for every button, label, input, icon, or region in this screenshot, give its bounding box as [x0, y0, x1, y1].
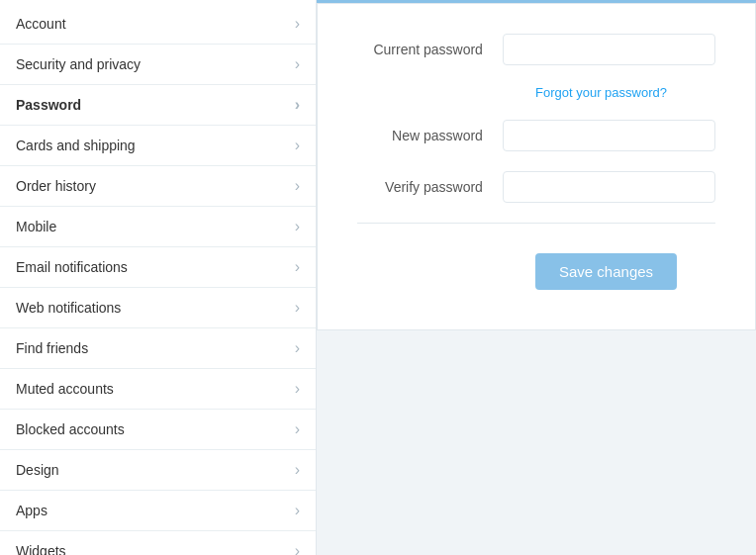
current-password-label: Current password [357, 42, 503, 57]
sidebar-item-security-privacy[interactable]: Security and privacy› [0, 45, 316, 85]
sidebar-item-label-widgets: Widgets [16, 543, 66, 555]
sidebar-item-label-cards-shipping: Cards and shipping [16, 138, 136, 153]
new-password-row: New password [357, 120, 715, 151]
sidebar-item-muted-accounts[interactable]: Muted accounts› [0, 369, 316, 410]
verify-password-label: Verify password [357, 179, 503, 195]
sidebar-item-widgets[interactable]: Widgets› [0, 531, 316, 555]
chevron-right-icon: › [295, 380, 300, 398]
sidebar-item-email-notifications[interactable]: Email notifications› [0, 247, 316, 288]
sidebar-item-cards-shipping[interactable]: Cards and shipping› [0, 126, 316, 166]
chevron-right-icon: › [295, 258, 300, 276]
sidebar-item-label-password: Password [16, 97, 81, 113]
form-container: Current password Forgot your password? N… [317, 4, 756, 330]
sidebar-item-apps[interactable]: Apps› [0, 491, 316, 531]
sidebar-item-web-notifications[interactable]: Web notifications› [0, 288, 316, 328]
sidebar-item-label-muted-accounts: Muted accounts [16, 381, 114, 397]
current-password-input[interactable] [503, 34, 715, 65]
chevron-right-icon: › [295, 420, 300, 438]
sidebar-item-label-design: Design [16, 462, 59, 478]
verify-password-row: Verify password [357, 171, 715, 203]
chevron-right-icon: › [295, 218, 300, 235]
sidebar-item-label-web-notifications: Web notifications [16, 300, 121, 316]
sidebar: Account›Security and privacy›Password›Ca… [0, 0, 317, 555]
sidebar-item-label-security-privacy: Security and privacy [16, 56, 141, 72]
save-button[interactable]: Save changes [535, 253, 677, 290]
chevron-right-icon: › [295, 96, 300, 114]
sidebar-item-password[interactable]: Password› [0, 85, 316, 126]
sidebar-item-find-friends[interactable]: Find friends› [0, 328, 316, 369]
sidebar-item-label-blocked-accounts: Blocked accounts [16, 421, 125, 437]
chevron-right-icon: › [295, 299, 300, 317]
forgot-password-row: Forgot your password? [357, 85, 715, 100]
sidebar-item-label-find-friends: Find friends [16, 340, 88, 356]
chevron-right-icon: › [295, 55, 300, 73]
save-row: Save changes [357, 253, 715, 290]
forgot-password-link[interactable]: Forgot your password? [535, 85, 667, 100]
sidebar-item-label-account: Account [16, 16, 66, 32]
form-divider [357, 223, 715, 224]
sidebar-item-mobile[interactable]: Mobile› [0, 207, 316, 247]
sidebar-item-blocked-accounts[interactable]: Blocked accounts› [0, 410, 316, 450]
chevron-right-icon: › [295, 339, 300, 357]
chevron-right-icon: › [295, 542, 300, 555]
chevron-right-icon: › [295, 461, 300, 479]
sidebar-item-label-apps: Apps [16, 503, 47, 518]
sidebar-item-order-history[interactable]: Order history› [0, 166, 316, 207]
sidebar-item-label-mobile: Mobile [16, 219, 56, 234]
sidebar-item-design[interactable]: Design› [0, 450, 316, 491]
new-password-input[interactable] [503, 120, 715, 151]
sidebar-item-label-email-notifications: Email notifications [16, 259, 128, 275]
chevron-right-icon: › [295, 177, 300, 195]
main-content: Current password Forgot your password? N… [317, 0, 756, 555]
chevron-right-icon: › [295, 15, 300, 33]
sidebar-item-label-order-history: Order history [16, 178, 96, 194]
new-password-label: New password [357, 128, 503, 143]
chevron-right-icon: › [295, 137, 300, 154]
current-password-row: Current password [357, 34, 715, 65]
chevron-right-icon: › [295, 502, 300, 519]
sidebar-item-account[interactable]: Account› [0, 4, 316, 45]
verify-password-input[interactable] [503, 171, 715, 203]
